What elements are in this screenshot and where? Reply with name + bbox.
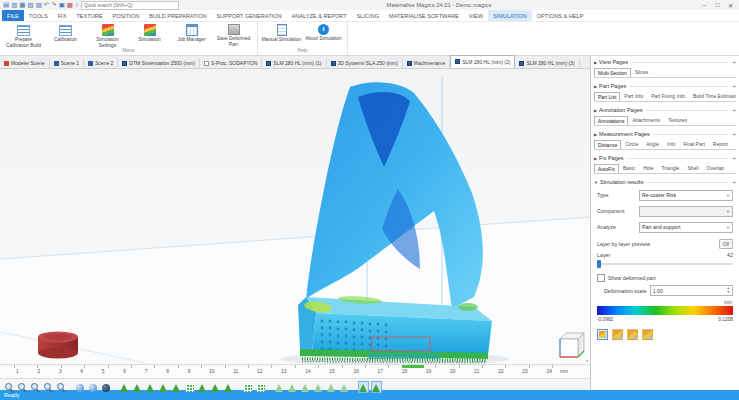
ribbon-tab[interactable]: SUPPORT GENERATION: [212, 10, 287, 21]
page-tab[interactable]: AutoFix: [594, 164, 619, 174]
zoom-icon[interactable]: [3, 381, 14, 393]
duplicate-icon[interactable]: ▨: [36, 2, 42, 9]
duplicate-part-icon[interactable]: [171, 381, 182, 393]
page-tab[interactable]: Build Time Estimation: [689, 91, 736, 101]
slice-preview-icon[interactable]: [358, 381, 369, 393]
ribbon-tab[interactable]: BUILD PREPARATION: [144, 10, 211, 21]
pan-view-icon[interactable]: [87, 381, 98, 393]
zoom-window-icon[interactable]: [42, 381, 53, 393]
ribbon-tab[interactable]: VIEW: [464, 10, 488, 21]
simulation-button[interactable]: Simulation: [129, 23, 170, 48]
ribbon-tab[interactable]: TOOLS: [24, 10, 53, 21]
delete-icon[interactable]: ▩: [67, 2, 73, 9]
deformation-scale-input[interactable]: 1.00 ▲▼: [650, 285, 733, 296]
mesh-view-icon[interactable]: [184, 381, 195, 393]
quick-search-input[interactable]: [81, 1, 179, 10]
nesting-icon[interactable]: [313, 381, 324, 393]
viewport-3d[interactable]: x: [0, 69, 590, 364]
page-tab[interactable]: Multi-Section: [594, 68, 631, 78]
zoom-in-icon[interactable]: [16, 381, 27, 393]
scene-tab-machinename[interactable]: Machinename: [403, 58, 450, 68]
section-simulation-results[interactable]: ▼ Simulation results +: [594, 178, 736, 186]
maximize-button[interactable]: □: [712, 2, 723, 8]
preview-mode-3-icon[interactable]: [627, 329, 638, 340]
undo-icon[interactable]: ↶: [44, 2, 49, 9]
section-measurement-pages[interactable]: ▶ Measurement Pages +: [594, 130, 736, 138]
save-deformed-part-button[interactable]: Save Deformed Part: [213, 23, 254, 48]
spinner-arrows-icon[interactable]: ▲▼: [727, 287, 730, 294]
new-scene-icon[interactable]: ▤: [3, 2, 9, 9]
simulation-results-icon[interactable]: [371, 381, 382, 393]
platform-view-icon[interactable]: [255, 381, 266, 393]
close-button[interactable]: ✕: [725, 2, 736, 9]
red-cylinder-part[interactable]: [38, 332, 78, 359]
page-tab[interactable]: Overlap: [703, 163, 729, 173]
ribbon-tab[interactable]: POSITION: [108, 10, 145, 21]
chair-model[interactable]: [298, 82, 492, 362]
page-tab[interactable]: Part List: [594, 92, 620, 102]
section-view-pages[interactable]: ▶ View Pages +: [594, 58, 736, 66]
preview-mode-1-icon[interactable]: [597, 329, 608, 340]
cut-part-icon[interactable]: [197, 381, 208, 393]
page-tab[interactable]: Circle: [621, 139, 642, 149]
add-page-icon[interactable]: +: [732, 131, 736, 137]
page-tab[interactable]: Final Part: [679, 139, 708, 149]
ribbon-tab[interactable]: SIMULATION: [488, 10, 532, 21]
rotate-view-icon[interactable]: [74, 381, 85, 393]
add-page-icon[interactable]: +: [732, 107, 736, 113]
scene-tab-modeler[interactable]: Modeler Scene: [0, 58, 50, 68]
component-dropdown[interactable]: ▼: [639, 206, 733, 217]
page-tab[interactable]: Distance: [594, 140, 621, 150]
add-page-icon[interactable]: +: [732, 59, 736, 65]
simulation-settings-button[interactable]: Simulation Settings: [87, 23, 128, 48]
prepare-calibration-build-button[interactable]: Prepare Calibration Build: [3, 23, 44, 48]
ribbon-tab[interactable]: TEXTURE: [71, 10, 107, 21]
preview-mode-4-icon[interactable]: [642, 329, 653, 340]
page-tab[interactable]: Part Fixing Info: [647, 91, 689, 101]
ribbon-tab[interactable]: ANALYZE & REPORT: [287, 10, 352, 21]
page-tab[interactable]: Info: [663, 139, 679, 149]
ribbon-tab[interactable]: MATERIALISE SOFTWARE: [384, 10, 464, 21]
orientation-icon[interactable]: [300, 381, 311, 393]
calibration-button[interactable]: Calibration: [45, 23, 86, 48]
ribbon-tab[interactable]: OPTIONS & HELP: [532, 10, 589, 21]
ribbon-tab[interactable]: FILE: [2, 10, 24, 21]
page-tab[interactable]: Textures: [664, 115, 691, 125]
manual-simulation-button[interactable]: Manual Simulation: [261, 23, 302, 48]
page-tab[interactable]: Annotations: [594, 116, 628, 126]
measure-icon[interactable]: [223, 381, 234, 393]
section-fix-pages[interactable]: ▶ Fix Pages +: [594, 154, 736, 162]
grid-view-icon[interactable]: [242, 381, 253, 393]
page-tab[interactable]: Basic: [619, 163, 639, 173]
save-project-icon[interactable]: ▦: [19, 2, 25, 9]
zoom-out-icon[interactable]: [29, 381, 40, 393]
analyze-dropdown[interactable]: Part and support ▼: [639, 222, 733, 233]
punch-hole-icon[interactable]: [210, 381, 221, 393]
default-views-icon[interactable]: [100, 381, 111, 393]
about-simulation-button[interactable]: About Simulation: [303, 23, 344, 48]
slice-view-icon[interactable]: [287, 381, 298, 393]
import-part-icon[interactable]: ▥: [11, 2, 17, 9]
page-tab[interactable]: Attachments: [628, 115, 664, 125]
show-deformed-checkbox[interactable]: [597, 274, 605, 282]
redo-icon[interactable]: ↷: [51, 2, 56, 9]
scene-tab-sinterstation[interactable]: DTM Sinterstation 2500 (mm): [118, 58, 200, 68]
scene-tab-1[interactable]: Scene 1: [50, 58, 84, 68]
mirror-part-icon[interactable]: [158, 381, 169, 393]
scene-tab-sla250[interactable]: 3D Systems SLA 250 (mm): [327, 58, 403, 68]
zoom-fit-icon[interactable]: [55, 381, 66, 393]
search-icon[interactable]: ○: [75, 2, 79, 9]
slider-thumb[interactable]: [597, 260, 601, 268]
rotate-part-icon[interactable]: [132, 381, 143, 393]
collision-icon[interactable]: [326, 381, 337, 393]
page-tab[interactable]: Part Info: [620, 91, 647, 101]
type-dropdown[interactable]: Re-coater Risk ▼: [639, 190, 733, 201]
preview-mode-2-icon[interactable]: [612, 329, 623, 340]
page-tab[interactable]: Triangle: [657, 163, 683, 173]
translate-part-icon[interactable]: [119, 381, 130, 393]
ribbon-tab[interactable]: FIX: [53, 10, 72, 21]
scene-tab-slm-2[interactable]: SLM 280 HL (mm) (2): [450, 55, 515, 68]
add-page-icon[interactable]: +: [732, 83, 736, 89]
page-tab[interactable]: Report: [709, 139, 732, 149]
layer-preview-toggle[interactable]: Off: [719, 239, 733, 249]
